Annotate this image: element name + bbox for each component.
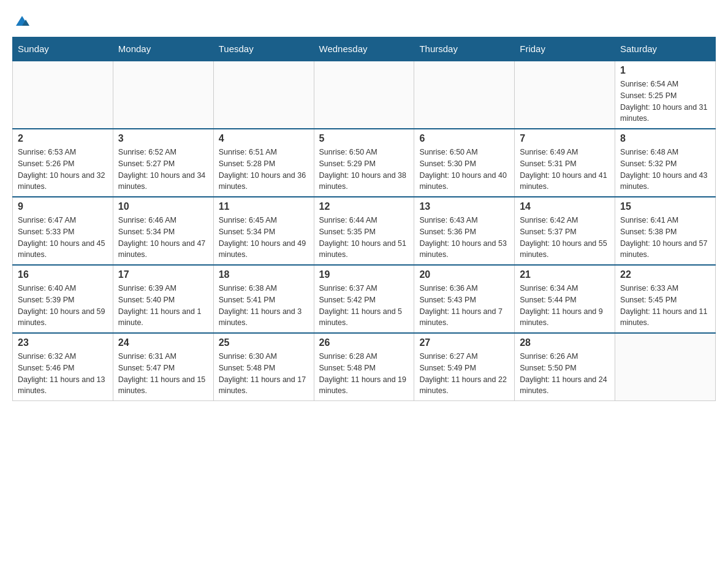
day-info: Sunrise: 6:48 AMSunset: 5:32 PMDaylight:… [620, 147, 710, 193]
calendar-cell [314, 61, 414, 129]
calendar-cell: 25Sunrise: 6:30 AMSunset: 5:48 PMDayligh… [213, 333, 314, 401]
page-header [12, 12, 716, 31]
day-number: 22 [620, 269, 710, 280]
calendar-cell [414, 61, 515, 129]
day-number: 3 [118, 133, 208, 144]
calendar-cell: 16Sunrise: 6:40 AMSunset: 5:39 PMDayligh… [13, 265, 113, 333]
week-row-4: 16Sunrise: 6:40 AMSunset: 5:39 PMDayligh… [13, 265, 716, 333]
day-number: 23 [18, 337, 108, 348]
day-number: 10 [118, 201, 208, 212]
calendar-cell: 28Sunrise: 6:26 AMSunset: 5:50 PMDayligh… [515, 333, 615, 401]
day-info: Sunrise: 6:26 AMSunset: 5:50 PMDaylight:… [520, 351, 610, 397]
calendar-cell: 8Sunrise: 6:48 AMSunset: 5:32 PMDaylight… [615, 129, 716, 197]
day-info: Sunrise: 6:33 AMSunset: 5:45 PMDaylight:… [620, 283, 710, 329]
day-number: 20 [419, 269, 509, 280]
day-number: 4 [219, 133, 309, 144]
day-number: 21 [520, 269, 610, 280]
day-info: Sunrise: 6:50 AMSunset: 5:30 PMDaylight:… [419, 147, 509, 193]
calendar-cell: 6Sunrise: 6:50 AMSunset: 5:30 PMDaylight… [414, 129, 515, 197]
week-row-3: 9Sunrise: 6:47 AMSunset: 5:33 PMDaylight… [13, 197, 716, 265]
day-info: Sunrise: 6:37 AMSunset: 5:42 PMDaylight:… [319, 283, 409, 329]
day-number: 9 [18, 201, 108, 212]
day-number: 2 [18, 133, 108, 144]
day-info: Sunrise: 6:54 AMSunset: 5:25 PMDaylight:… [620, 79, 710, 124]
day-info: Sunrise: 6:32 AMSunset: 5:46 PMDaylight:… [18, 351, 108, 397]
day-number: 16 [18, 269, 108, 280]
calendar-cell: 18Sunrise: 6:38 AMSunset: 5:41 PMDayligh… [213, 265, 314, 333]
calendar-cell: 1Sunrise: 6:54 AMSunset: 5:25 PMDaylight… [615, 61, 716, 129]
day-info: Sunrise: 6:44 AMSunset: 5:35 PMDaylight:… [319, 215, 409, 261]
day-number: 7 [520, 133, 610, 144]
day-info: Sunrise: 6:45 AMSunset: 5:34 PMDaylight:… [219, 215, 309, 261]
calendar-cell [615, 333, 716, 401]
day-number: 18 [219, 269, 309, 280]
weekday-header-wednesday: Wednesday [314, 37, 414, 61]
day-info: Sunrise: 6:41 AMSunset: 5:38 PMDaylight:… [620, 215, 710, 261]
day-number: 26 [319, 337, 409, 348]
weekday-header-sunday: Sunday [13, 37, 113, 61]
day-number: 12 [319, 201, 409, 212]
weekday-header-saturday: Saturday [615, 37, 716, 61]
day-info: Sunrise: 6:38 AMSunset: 5:41 PMDaylight:… [219, 283, 309, 329]
day-info: Sunrise: 6:53 AMSunset: 5:26 PMDaylight:… [18, 147, 108, 193]
day-info: Sunrise: 6:43 AMSunset: 5:36 PMDaylight:… [419, 215, 509, 261]
calendar-cell: 23Sunrise: 6:32 AMSunset: 5:46 PMDayligh… [13, 333, 113, 401]
weekday-header-row: SundayMondayTuesdayWednesdayThursdayFrid… [13, 37, 716, 61]
day-number: 5 [319, 133, 409, 144]
day-info: Sunrise: 6:40 AMSunset: 5:39 PMDaylight:… [18, 283, 108, 329]
day-info: Sunrise: 6:31 AMSunset: 5:47 PMDaylight:… [118, 351, 208, 397]
day-info: Sunrise: 6:39 AMSunset: 5:40 PMDaylight:… [118, 283, 208, 329]
day-number: 19 [319, 269, 409, 280]
calendar-cell: 27Sunrise: 6:27 AMSunset: 5:49 PMDayligh… [414, 333, 515, 401]
weekday-header-friday: Friday [515, 37, 615, 61]
day-info: Sunrise: 6:49 AMSunset: 5:31 PMDaylight:… [520, 147, 610, 193]
calendar-cell: 20Sunrise: 6:36 AMSunset: 5:43 PMDayligh… [414, 265, 515, 333]
day-number: 11 [219, 201, 309, 212]
day-info: Sunrise: 6:46 AMSunset: 5:34 PMDaylight:… [118, 215, 208, 261]
day-number: 28 [520, 337, 610, 348]
logo [12, 12, 31, 31]
calendar-cell: 10Sunrise: 6:46 AMSunset: 5:34 PMDayligh… [113, 197, 213, 265]
calendar-cell: 9Sunrise: 6:47 AMSunset: 5:33 PMDaylight… [13, 197, 113, 265]
logo-icon [13, 12, 31, 29]
day-number: 27 [419, 337, 509, 348]
day-info: Sunrise: 6:52 AMSunset: 5:27 PMDaylight:… [118, 147, 208, 193]
calendar-cell: 24Sunrise: 6:31 AMSunset: 5:47 PMDayligh… [113, 333, 213, 401]
calendar-cell: 3Sunrise: 6:52 AMSunset: 5:27 PMDaylight… [113, 129, 213, 197]
calendar-cell: 17Sunrise: 6:39 AMSunset: 5:40 PMDayligh… [113, 265, 213, 333]
calendar-table: SundayMondayTuesdayWednesdayThursdayFrid… [12, 37, 716, 401]
calendar-cell [13, 61, 113, 129]
week-row-1: 1Sunrise: 6:54 AMSunset: 5:25 PMDaylight… [13, 61, 716, 129]
calendar-cell: 11Sunrise: 6:45 AMSunset: 5:34 PMDayligh… [213, 197, 314, 265]
day-info: Sunrise: 6:51 AMSunset: 5:28 PMDaylight:… [219, 147, 309, 193]
day-info: Sunrise: 6:27 AMSunset: 5:49 PMDaylight:… [419, 351, 509, 397]
day-info: Sunrise: 6:50 AMSunset: 5:29 PMDaylight:… [319, 147, 409, 193]
calendar-cell [113, 61, 213, 129]
day-number: 8 [620, 133, 710, 144]
calendar-cell [515, 61, 615, 129]
day-number: 6 [419, 133, 509, 144]
day-info: Sunrise: 6:34 AMSunset: 5:44 PMDaylight:… [520, 283, 610, 329]
calendar-cell: 26Sunrise: 6:28 AMSunset: 5:48 PMDayligh… [314, 333, 414, 401]
calendar-cell: 12Sunrise: 6:44 AMSunset: 5:35 PMDayligh… [314, 197, 414, 265]
day-number: 1 [620, 65, 710, 76]
calendar-cell: 13Sunrise: 6:43 AMSunset: 5:36 PMDayligh… [414, 197, 515, 265]
calendar-cell: 2Sunrise: 6:53 AMSunset: 5:26 PMDaylight… [13, 129, 113, 197]
week-row-5: 23Sunrise: 6:32 AMSunset: 5:46 PMDayligh… [13, 333, 716, 401]
calendar-cell: 22Sunrise: 6:33 AMSunset: 5:45 PMDayligh… [615, 265, 716, 333]
day-number: 17 [118, 269, 208, 280]
day-info: Sunrise: 6:42 AMSunset: 5:37 PMDaylight:… [520, 215, 610, 261]
weekday-header-thursday: Thursday [414, 37, 515, 61]
day-info: Sunrise: 6:36 AMSunset: 5:43 PMDaylight:… [419, 283, 509, 329]
day-number: 24 [118, 337, 208, 348]
calendar-cell: 21Sunrise: 6:34 AMSunset: 5:44 PMDayligh… [515, 265, 615, 333]
calendar-cell [213, 61, 314, 129]
day-number: 13 [419, 201, 509, 212]
day-info: Sunrise: 6:28 AMSunset: 5:48 PMDaylight:… [319, 351, 409, 397]
day-info: Sunrise: 6:30 AMSunset: 5:48 PMDaylight:… [219, 351, 309, 397]
calendar-cell: 14Sunrise: 6:42 AMSunset: 5:37 PMDayligh… [515, 197, 615, 265]
calendar-cell: 4Sunrise: 6:51 AMSunset: 5:28 PMDaylight… [213, 129, 314, 197]
calendar-cell: 5Sunrise: 6:50 AMSunset: 5:29 PMDaylight… [314, 129, 414, 197]
calendar-cell: 15Sunrise: 6:41 AMSunset: 5:38 PMDayligh… [615, 197, 716, 265]
day-number: 15 [620, 201, 710, 212]
